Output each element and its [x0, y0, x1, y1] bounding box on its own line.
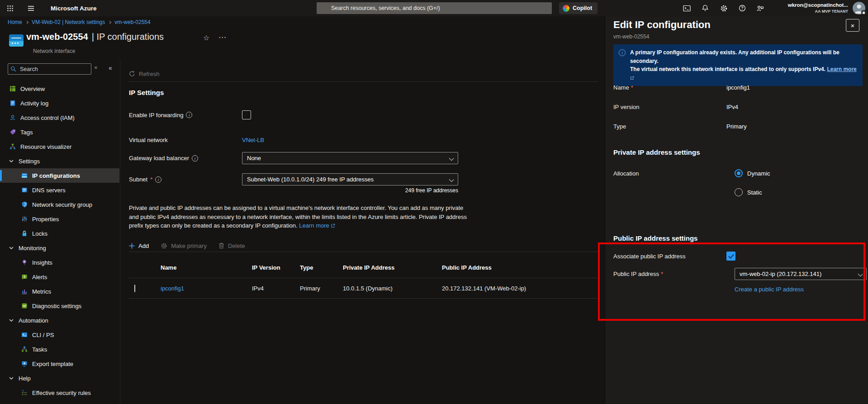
sidebar-item-diagnostic-settings[interactable]: Diagnostic settings — [0, 299, 119, 313]
collapse-pane-icon[interactable]: « — [109, 64, 112, 71]
sidebar-item-properties[interactable]: Properties — [0, 212, 119, 226]
ipconfig-link[interactable]: ipconfig1 — [161, 285, 252, 292]
user-email: wkron@scopnatinchot... — [788, 2, 848, 8]
allocation-static-option[interactable]: Static — [735, 188, 762, 196]
insights-icon — [21, 259, 28, 266]
sidebar-item-alerts[interactable]: Alerts — [0, 270, 119, 284]
sidebar-item-cli-ps[interactable]: CLI / PS — [0, 328, 119, 342]
ip-version-label: IP version — [613, 104, 640, 110]
tags-icon — [9, 129, 16, 136]
sidebar-item-tags[interactable]: Tags — [0, 125, 119, 139]
type-value: Primary — [726, 123, 747, 130]
sidebar-item-insights[interactable]: Insights — [0, 255, 119, 270]
radio-selected-icon[interactable] — [735, 169, 743, 177]
copilot-button[interactable]: Copilot — [559, 2, 598, 14]
sidebar-item-locks[interactable]: Locks — [0, 226, 119, 241]
delete-trash-icon — [218, 242, 224, 249]
sidebar-item-tasks[interactable]: Tasks — [0, 342, 119, 356]
close-panel-button[interactable]: × — [846, 19, 859, 32]
add-button[interactable]: Add — [129, 242, 149, 249]
col-public-ip: Public IP Address — [442, 264, 598, 271]
sidebar: × « Overview Activity log Access control… — [0, 60, 120, 404]
sidebar-item-effective-routes[interactable]: Effective routes — [0, 400, 119, 404]
subnet-free-ip-helper: 249 free IP addresses — [242, 187, 458, 194]
create-public-ip-link[interactable]: Create a public IP address — [735, 286, 804, 293]
sidebar-item-network-security-group[interactable]: Network security group — [0, 197, 119, 212]
main-content: Refresh IP Settings Enable IP forwarding… — [120, 60, 605, 404]
name-label: Name — [613, 84, 629, 91]
table-row[interactable]: ipconfig1 IPv4 Primary 10.0.1.5 (Dynamic… — [129, 278, 598, 299]
page-title: vm-web-02554 | IP configurations — [26, 32, 164, 42]
ip-settings-title: IP Settings — [129, 89, 164, 96]
breadcrumb-home[interactable]: Home — [8, 19, 22, 25]
delete-button[interactable]: Delete — [218, 242, 245, 249]
brand-title[interactable]: Microsoft Azure — [51, 0, 97, 16]
sidebar-item-resource-visualizer[interactable]: Resource visualizer — [0, 139, 119, 154]
chevron-down-icon — [9, 376, 14, 380]
account-info[interactable]: wkron@scopnatinchot... AA MVP TENANT — [788, 2, 848, 14]
breadcrumb-separator-icon — [108, 21, 111, 24]
panel-subtitle: vm-web-02554 — [613, 33, 649, 40]
ip-version-value: IPv4 — [726, 104, 738, 110]
sidebar-group-help[interactable]: Help — [0, 371, 119, 385]
waffle-menu-icon[interactable] — [1, 0, 19, 16]
sidebar-item-activity-log[interactable]: Activity log — [0, 96, 119, 110]
favorite-star-icon[interactable]: ☆ — [203, 33, 209, 42]
virtual-network-link[interactable]: VNet-LB — [242, 137, 264, 143]
notifications-bell-icon[interactable] — [696, 0, 714, 16]
enable-ip-forwarding-label: Enable IP forwarding — [129, 112, 183, 119]
global-search-input[interactable] — [317, 2, 552, 14]
sidebar-group-monitoring[interactable]: Monitoring — [0, 241, 119, 255]
banner-line2: The virtual network this network interfa… — [630, 66, 825, 72]
alerts-icon — [21, 274, 28, 280]
enable-ip-forwarding-checkbox[interactable] — [242, 110, 251, 119]
breadcrumb-current[interactable]: vm-web-02554 — [114, 19, 150, 25]
sidebar-item-access-control[interactable]: Access control (IAM) — [0, 110, 119, 125]
settings-gear-icon[interactable] — [715, 0, 733, 16]
sidebar-item-export-template[interactable]: Export template — [0, 356, 119, 371]
public-ip-address-select[interactable]: vm-web-02-ip (20.172.132.141) — [735, 268, 867, 280]
sidebar-item-overview[interactable]: Overview — [0, 81, 119, 96]
sidebar-group-settings[interactable]: Settings — [0, 154, 119, 168]
more-actions-icon[interactable]: ⋯ — [218, 33, 226, 42]
breadcrumb-network-settings[interactable]: VM-Web-02 | Network settings — [32, 19, 105, 25]
row-checkbox[interactable] — [134, 285, 135, 292]
associate-public-ip-checkbox[interactable] — [726, 252, 735, 261]
sidebar-search-input[interactable] — [8, 63, 91, 75]
chevron-down-icon — [9, 159, 14, 163]
lock-badge-icon — [861, 10, 866, 15]
public-ip-section-title: Public IP address settings — [613, 234, 697, 242]
external-link-icon — [331, 223, 335, 228]
banner-learn-more-link[interactable]: Learn more — [827, 66, 856, 72]
sidebar-item-dns-servers[interactable]: DNS servers — [0, 183, 119, 197]
info-icon[interactable]: i — [192, 155, 198, 162]
info-icon[interactable]: i — [186, 112, 192, 118]
type-label: Type — [613, 123, 626, 130]
allocation-row: Allocation — [613, 170, 726, 177]
close-icon: × — [851, 22, 855, 29]
sidebar-item-effective-security-rules[interactable]: Effective security rules — [0, 385, 119, 400]
refresh-button[interactable]: Refresh — [129, 71, 160, 77]
info-icon[interactable]: i — [155, 176, 161, 183]
copilot-icon — [563, 5, 569, 12]
learn-more-link[interactable]: Learn more — [299, 222, 329, 229]
hamburger-menu-icon[interactable] — [22, 0, 40, 16]
clear-search-icon[interactable]: × — [94, 64, 98, 71]
subnet-select[interactable]: Subnet-Web (10.0.1.0/24) 249 free IP add… — [242, 173, 458, 185]
sidebar-item-metrics[interactable]: Metrics — [0, 284, 119, 299]
overview-icon — [9, 86, 16, 92]
resource-type-label: Network interface — [33, 48, 75, 54]
allocation-dynamic-option[interactable]: Dynamic — [735, 169, 770, 177]
radio-unselected-icon[interactable] — [735, 188, 743, 196]
sidebar-group-automation[interactable]: Automation — [0, 313, 119, 328]
network-interface-icon — [9, 34, 24, 47]
ip-version-row: IP version IPv4 — [613, 104, 738, 110]
gateway-load-balancer-select[interactable]: None — [242, 152, 458, 164]
make-primary-button[interactable]: Make primary — [161, 242, 207, 249]
sidebar-item-ip-configurations[interactable]: IP configurations — [0, 168, 119, 183]
help-icon[interactable] — [733, 0, 751, 16]
virtual-network-label: Virtual network — [129, 137, 168, 143]
feedback-icon[interactable] — [751, 0, 769, 16]
public-ip-address-label: Public IP address — [613, 271, 659, 277]
cloud-shell-icon[interactable] — [678, 0, 696, 16]
